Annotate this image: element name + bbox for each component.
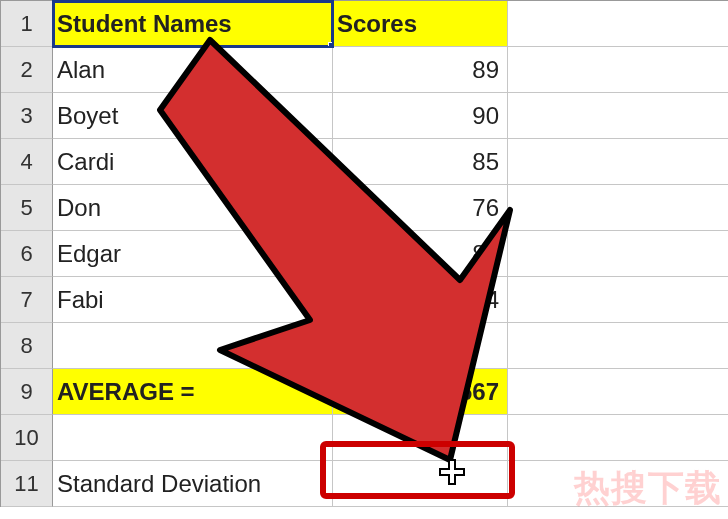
fill-handle[interactable] bbox=[328, 42, 333, 47]
cell-name[interactable]: Don bbox=[53, 185, 333, 231]
cell-score[interactable]: 94 bbox=[333, 277, 508, 323]
row-header[interactable]: 7 bbox=[1, 277, 53, 323]
cell-stddev-label[interactable]: Standard Deviation bbox=[53, 461, 333, 507]
cell-empty[interactable] bbox=[508, 369, 728, 415]
header-scores: Scores bbox=[337, 10, 417, 38]
cell-empty[interactable] bbox=[53, 323, 333, 369]
cell-empty[interactable] bbox=[508, 277, 728, 323]
row-header[interactable]: 9 bbox=[1, 369, 53, 415]
cell-score[interactable]: 85 bbox=[333, 139, 508, 185]
header-student-names: Student Names bbox=[57, 10, 232, 38]
row-header[interactable]: 2 bbox=[1, 47, 53, 93]
cell-name[interactable]: Alan bbox=[53, 47, 333, 93]
cell-stddev-value[interactable] bbox=[333, 461, 508, 507]
row-header[interactable]: 5 bbox=[1, 185, 53, 231]
row-header[interactable]: 4 bbox=[1, 139, 53, 185]
cell-name[interactable]: Edgar bbox=[53, 231, 333, 277]
cell-name[interactable]: Fabi bbox=[53, 277, 333, 323]
cell-a1-header[interactable]: Student Names bbox=[53, 1, 333, 47]
cell-score[interactable]: 80 bbox=[333, 231, 508, 277]
row-header[interactable]: 8 bbox=[1, 323, 53, 369]
cell-empty[interactable] bbox=[333, 415, 508, 461]
row-header[interactable]: 6 bbox=[1, 231, 53, 277]
cell-empty[interactable] bbox=[508, 93, 728, 139]
cell-score[interactable]: 89 bbox=[333, 47, 508, 93]
cell-empty[interactable] bbox=[508, 185, 728, 231]
cell-score[interactable]: 90 bbox=[333, 93, 508, 139]
cell-name[interactable]: Cardi bbox=[53, 139, 333, 185]
row-header[interactable]: 1 bbox=[1, 1, 53, 47]
watermark-text: 热搜下载 bbox=[574, 464, 722, 513]
cell-empty[interactable] bbox=[508, 415, 728, 461]
cell-average-value[interactable]: 66667 bbox=[333, 369, 508, 415]
cell-c1[interactable] bbox=[508, 1, 728, 47]
cell-empty[interactable] bbox=[333, 323, 508, 369]
cell-name[interactable]: Boyet bbox=[53, 93, 333, 139]
cell-empty[interactable] bbox=[508, 231, 728, 277]
row-header[interactable]: 10 bbox=[1, 415, 53, 461]
cell-empty[interactable] bbox=[508, 323, 728, 369]
cell-empty[interactable] bbox=[508, 139, 728, 185]
row-header[interactable]: 11 bbox=[1, 461, 53, 507]
row-header[interactable]: 3 bbox=[1, 93, 53, 139]
cell-empty[interactable] bbox=[508, 47, 728, 93]
cell-b1-header[interactable]: Scores bbox=[333, 1, 508, 47]
spreadsheet-grid[interactable]: 1 Student Names Scores 2 Alan 89 3 Boyet… bbox=[0, 0, 728, 507]
cell-score[interactable]: 76 bbox=[333, 185, 508, 231]
cell-empty[interactable] bbox=[53, 415, 333, 461]
cell-average-label[interactable]: AVERAGE = bbox=[53, 369, 333, 415]
